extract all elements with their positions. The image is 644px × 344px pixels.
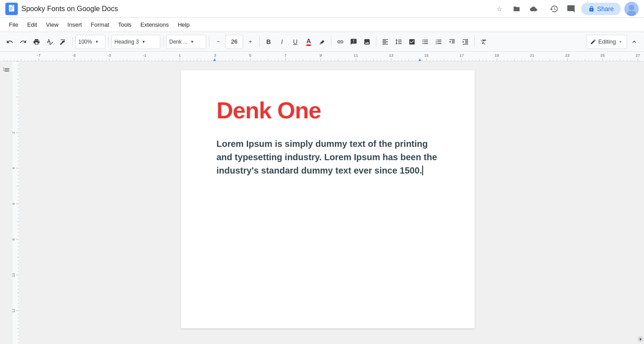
link-button[interactable] [334, 35, 346, 49]
redo-button[interactable] [17, 35, 29, 49]
menu-help[interactable]: Help [174, 20, 193, 30]
text-color-button[interactable]: A [302, 35, 315, 49]
highlight-button[interactable] [316, 35, 328, 49]
menu-format[interactable]: Format [87, 20, 113, 30]
indent-less-button[interactable] [446, 35, 458, 49]
divider-6 [331, 36, 331, 47]
font-select[interactable]: Denk ... [166, 35, 206, 49]
divider-7 [376, 36, 376, 47]
toolbar-expand-button[interactable] [628, 35, 640, 49]
user-avatar[interactable] [624, 2, 639, 16]
divider-4 [209, 36, 209, 47]
left-ruler [12, 61, 19, 344]
cloud-save-icon[interactable] [527, 2, 540, 16]
paint-format-button[interactable] [57, 35, 69, 49]
app-icon [5, 3, 18, 15]
ruler [0, 52, 644, 61]
spellcheck-button[interactable] [44, 35, 56, 49]
underline-button[interactable]: U [289, 35, 302, 49]
ruler-canvas [4, 52, 640, 61]
divider-2 [108, 36, 109, 47]
main-layout: Denk One Lorem Ipsum is simply dummy tex… [0, 61, 644, 344]
bullets-button[interactable] [419, 35, 432, 49]
italic-button[interactable]: I [276, 35, 288, 49]
divider-1 [72, 36, 73, 47]
left-ruler-canvas [12, 61, 19, 344]
folder-icon[interactable] [510, 2, 523, 16]
menu-insert[interactable]: Insert [64, 20, 86, 30]
divider-5 [259, 36, 260, 47]
style-select[interactable]: Heading 3 [111, 35, 160, 49]
document-body: Lorem Ipsum is simply dummy text of the … [216, 137, 439, 177]
document-heading: Denk One [216, 97, 439, 124]
menu-tools[interactable]: Tools [114, 20, 135, 30]
comments-icon[interactable] [564, 2, 578, 16]
clear-format-button[interactable] [477, 35, 490, 49]
line-spacing-button[interactable] [392, 35, 405, 49]
menu-view[interactable]: View [42, 20, 62, 30]
font-size-minus-button[interactable]: − [212, 35, 224, 49]
title-bar: Spooky Fonts on Google Docs ☆ Share [0, 0, 644, 18]
insert-image-button[interactable] [361, 35, 373, 49]
document-page: Denk One Lorem Ipsum is simply dummy tex… [181, 70, 475, 328]
numbered-list-button[interactable] [432, 35, 445, 49]
outline-icon[interactable] [2, 66, 10, 75]
divider-3 [163, 36, 163, 47]
alignment-button[interactable] [379, 35, 391, 49]
menu-edit[interactable]: Edit [24, 20, 41, 30]
scroll-down-button[interactable]: ▾ [637, 336, 644, 342]
add-comment-button[interactable] [347, 35, 360, 49]
bold-button[interactable]: B [262, 35, 275, 49]
svg-rect-2 [12, 5, 13, 7]
editing-mode-button[interactable]: Editing [586, 35, 627, 49]
font-size-plus-button[interactable]: + [244, 35, 257, 49]
indent-more-button[interactable] [459, 35, 472, 49]
document-title: Spooky Fonts on Google Docs [21, 5, 489, 13]
document-area[interactable]: Denk One Lorem Ipsum is simply dummy tex… [19, 61, 637, 344]
share-button[interactable]: Share [581, 3, 621, 15]
title-actions: ☆ Share [493, 2, 639, 16]
font-value: Denk ... [169, 39, 187, 45]
history-icon[interactable] [547, 2, 561, 16]
style-value: Heading 3 [114, 39, 139, 45]
text-cursor [422, 166, 426, 175]
print-button[interactable] [30, 35, 43, 49]
toolbar: 100% Heading 3 Denk ... − 26 + B I U A [0, 32, 644, 52]
svg-point-7 [629, 5, 634, 10]
undo-button[interactable] [4, 35, 16, 49]
zoom-select[interactable]: 100% [75, 35, 106, 49]
share-label: Share [597, 5, 614, 12]
editing-mode-label: Editing [598, 38, 616, 45]
divider-8 [474, 36, 475, 47]
font-size-input[interactable]: 26 [225, 35, 243, 49]
left-margin [0, 61, 12, 344]
menu-bar: File Edit View Insert Format Tools Exten… [0, 18, 644, 32]
zoom-value: 100% [78, 39, 92, 45]
menu-file[interactable]: File [5, 20, 22, 30]
star-icon[interactable]: ☆ [493, 2, 506, 16]
menu-extensions[interactable]: Extensions [137, 20, 172, 30]
checklist-button[interactable] [406, 35, 418, 49]
right-scroll-area: ▾ [637, 61, 644, 344]
